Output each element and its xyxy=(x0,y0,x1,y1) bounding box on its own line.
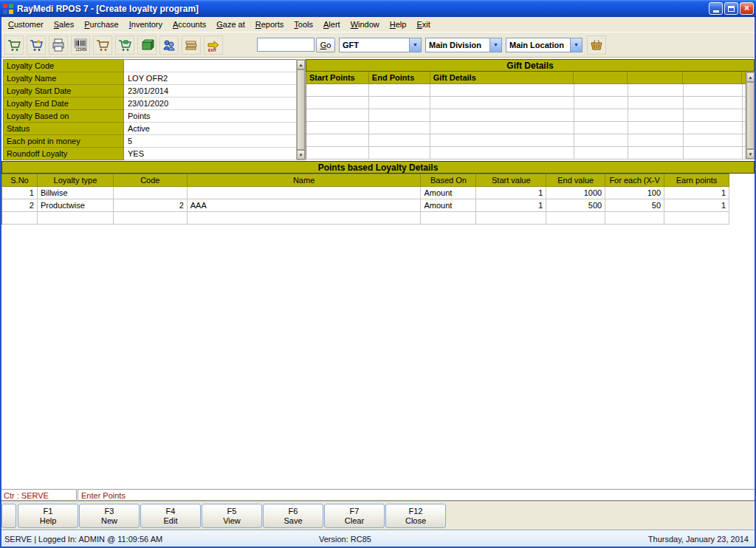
gift-cell[interactable] xyxy=(574,84,628,97)
points-cell-end-value[interactable] xyxy=(546,212,605,225)
menu-item-tools[interactable]: Tools xyxy=(289,18,318,31)
points-cell-based-on[interactable]: Amount xyxy=(421,199,476,212)
gift-cell[interactable] xyxy=(574,97,628,109)
printer-icon[interactable] xyxy=(49,35,68,55)
gift-cell[interactable] xyxy=(684,122,743,134)
exit-icon[interactable]: EXIT xyxy=(204,35,223,55)
sales-cart-icon[interactable] xyxy=(4,35,24,55)
gift-cell[interactable] xyxy=(628,147,684,160)
menu-item-gaze-at[interactable]: Gaze at xyxy=(211,18,250,31)
loyalty-name-value[interactable]: LOY OFR2 xyxy=(124,72,296,85)
gift-cell[interactable] xyxy=(369,109,430,122)
menu-item-accounts[interactable]: Accounts xyxy=(168,18,211,31)
stock-cart-icon[interactable] xyxy=(115,35,134,55)
points-cell-end-value[interactable]: 1000 xyxy=(546,187,605,199)
gift-cell[interactable] xyxy=(684,134,743,147)
gift-cell[interactable] xyxy=(684,147,743,160)
f4-edit-button[interactable]: F4Edit xyxy=(140,504,201,528)
menu-item-exit[interactable]: Exit xyxy=(411,18,435,31)
points-cell-for-each[interactable]: 100 xyxy=(605,187,664,199)
gift-cell[interactable] xyxy=(430,147,574,160)
loyalty-code-value[interactable] xyxy=(124,60,296,72)
menu-item-customer[interactable]: Customer xyxy=(3,18,49,31)
barcode-icon[interactable]: 123456 xyxy=(71,35,90,55)
loyalty-end-date-value[interactable]: 23/01/2020 xyxy=(124,97,296,110)
gift-cell[interactable] xyxy=(684,109,743,122)
points-cell-start-value[interactable]: 1 xyxy=(476,199,546,212)
close-button[interactable]: × xyxy=(740,2,754,15)
go-button[interactable]: Go xyxy=(316,38,335,52)
points-cell-code[interactable]: 2 xyxy=(114,199,188,212)
points-cell-loyalty-type[interactable]: Productwise xyxy=(38,199,114,212)
gift-cell[interactable] xyxy=(684,97,743,109)
location-combo[interactable]: Main Location ▼ xyxy=(506,38,583,52)
customers-icon[interactable] xyxy=(159,35,179,55)
gift-cell[interactable] xyxy=(430,109,574,122)
f7-clear-button[interactable]: F7Clear xyxy=(324,504,385,528)
points-cell-earn-points[interactable] xyxy=(664,212,729,225)
points-cell-sno[interactable]: 1 xyxy=(2,187,38,199)
points-cell-name[interactable] xyxy=(188,187,422,199)
points-cell-based-on[interactable] xyxy=(421,212,476,225)
points-cell-based-on[interactable]: Amount xyxy=(421,187,476,199)
points-cell-code[interactable] xyxy=(114,212,188,225)
fn-stub-button[interactable] xyxy=(1,504,16,528)
gift-cell[interactable] xyxy=(369,147,430,160)
points-cell-loyalty-type[interactable]: Billwise xyxy=(38,187,114,199)
gift-cell[interactable] xyxy=(306,109,369,122)
points-cell-earn-points[interactable]: 1 xyxy=(664,199,729,212)
scroll-down-icon[interactable]: ▼ xyxy=(746,149,755,159)
billing-cart-icon[interactable] xyxy=(27,35,46,55)
gift-cell[interactable] xyxy=(369,122,430,134)
gift-cell[interactable] xyxy=(574,134,628,147)
points-cell-earn-points[interactable]: 1 xyxy=(664,187,729,199)
menu-item-inventory[interactable]: Inventory xyxy=(124,18,168,31)
item-group-combo[interactable]: GFT ▼ xyxy=(339,38,422,52)
gift-cell[interactable] xyxy=(306,134,369,147)
points-cell-loyalty-type[interactable] xyxy=(38,212,114,225)
gift-cell[interactable] xyxy=(628,109,684,122)
gift-cell[interactable] xyxy=(574,147,628,160)
scroll-down-icon[interactable]: ▼ xyxy=(297,150,305,160)
points-cell-sno[interactable] xyxy=(2,212,38,225)
gift-cell[interactable] xyxy=(306,147,369,160)
scrollbar-thumb[interactable] xyxy=(297,69,305,150)
division-combo[interactable]: Main Division ▼ xyxy=(425,38,502,52)
menu-item-help[interactable]: Help xyxy=(385,18,412,31)
points-cell-for-each[interactable]: 50 xyxy=(605,199,664,212)
f1-help-button[interactable]: F1Help xyxy=(18,504,78,528)
gift-cell[interactable] xyxy=(369,84,430,97)
menu-item-sales[interactable]: Sales xyxy=(49,18,80,31)
minimize-button[interactable] xyxy=(709,2,723,15)
f5-view-button[interactable]: F5View xyxy=(202,504,262,528)
loyalty-start-date-value[interactable]: 23/01/2014 xyxy=(124,85,296,97)
documents-icon[interactable] xyxy=(182,35,201,55)
basket-icon[interactable] xyxy=(587,35,606,55)
gift-cell[interactable] xyxy=(628,97,684,109)
status-value[interactable]: Active xyxy=(124,123,296,135)
maximize-button[interactable] xyxy=(724,2,738,15)
gift-cell[interactable] xyxy=(369,134,430,147)
gift-cell[interactable] xyxy=(628,122,684,134)
gift-cell[interactable] xyxy=(574,109,628,122)
roundoff-loyalty-value[interactable]: YES xyxy=(124,148,296,160)
scroll-up-icon[interactable]: ▲ xyxy=(297,60,305,69)
purchase-cart-icon[interactable] xyxy=(93,35,112,55)
f12-close-button[interactable]: F12Close xyxy=(385,504,446,528)
gift-cell[interactable] xyxy=(430,97,574,109)
f3-new-button[interactable]: F3New xyxy=(79,504,140,528)
gift-cell[interactable] xyxy=(430,134,574,147)
gift-cell[interactable] xyxy=(369,97,430,109)
scroll-up-icon[interactable]: ▲ xyxy=(746,72,755,82)
loyalty-based-on-value[interactable]: Points xyxy=(124,110,296,123)
scrollbar-thumb[interactable] xyxy=(746,82,755,149)
each-point-in-money-value[interactable]: 5 xyxy=(124,135,296,148)
points-cell-for-each[interactable] xyxy=(605,212,664,225)
points-cell-start-value[interactable] xyxy=(476,212,546,225)
gift-cell[interactable] xyxy=(628,84,684,97)
inventory-box-icon[interactable] xyxy=(137,35,157,55)
gift-cell[interactable] xyxy=(306,122,369,134)
points-cell-name[interactable]: AAA xyxy=(188,199,422,212)
form-scrollbar[interactable]: ▲ ▼ xyxy=(296,59,306,160)
gift-cell[interactable] xyxy=(430,84,574,97)
